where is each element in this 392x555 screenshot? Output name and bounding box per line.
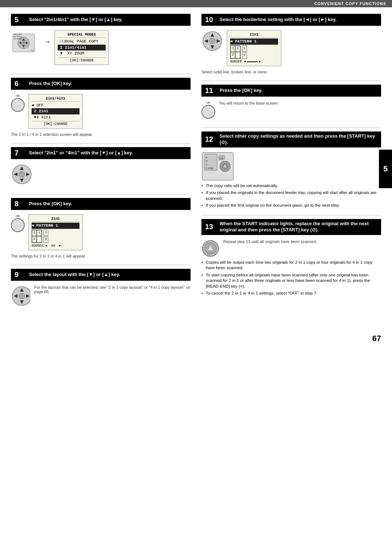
svg-text:#: # xyxy=(206,163,207,166)
svg-point-22 xyxy=(19,293,25,299)
lcd-6-title: 2in1/4in1 xyxy=(32,96,79,102)
divider-8-9 xyxy=(11,265,191,265)
page-number: 67 xyxy=(372,334,381,343)
step-12-number: 12 xyxy=(204,135,217,143)
svg-text:9: 9 xyxy=(206,160,207,162)
step-7-body xyxy=(11,161,191,187)
bullet-13-2: To start copying before all originals ha… xyxy=(201,272,381,289)
step-7-title: Select "2in1" or "4in1" with the [▼] or … xyxy=(29,150,133,156)
step-5-number: 5 xyxy=(14,16,27,24)
bullet-12-3: If you placed the first original on the … xyxy=(201,203,381,208)
step-11-block: 11 Press the [OK] key. OK You will retur… xyxy=(201,85,381,121)
step-10-arrow-pad xyxy=(201,30,223,52)
page-footer: 67 xyxy=(0,330,392,347)
step-7-block: 7 Select "2in1" or "4in1" with the [▼] o… xyxy=(11,147,191,187)
lcd-5-row1: □□DUAL PAGE COPY xyxy=(58,39,106,45)
step-10-number: 10 xyxy=(204,16,217,24)
ok-button-icon xyxy=(11,98,25,112)
header-title: CONVENIENT COPY FUNCTIONS xyxy=(314,1,386,6)
step-9-title: Select the layout with the [▼] or [▲] ke… xyxy=(29,272,120,278)
divider-10-11 xyxy=(201,81,381,81)
step-6-lcd: 2in1/4in1 ◄ OFF 2 2in1 ▼4 4in1 [OK]:CHAN… xyxy=(28,94,83,129)
lcd-8-border: BORDER ◄ NO ► xyxy=(32,244,79,249)
tab-badge: 5 xyxy=(379,150,392,188)
divider-6-7 xyxy=(11,143,191,143)
step-9-body: For the layouts that can be selected, se… xyxy=(11,283,191,309)
bullet-13-3: To cancel the 2 in 1 or 4 in 1 settings,… xyxy=(201,291,381,296)
step-8-lcd: 2in1 ◄ PATTERN 1 1 1 2 1 2 xyxy=(28,214,83,250)
lcd-5-row3: ▼ XY ZOOM xyxy=(58,50,106,57)
svg-text:CA: CA xyxy=(220,157,223,159)
lcd-5-row2: 2 2in1/4in1 xyxy=(58,45,106,51)
step-8-body: OK 2in1 ◄ PATTERN 1 1 1 2 1 xyxy=(11,212,191,252)
step-8-caption: The settings for 2 in 1 or 4 in 1 will a… xyxy=(11,254,191,258)
lcd-5-title: SPECIAL MODES xyxy=(58,32,106,38)
step-12-panel-icon: 6 9 # 0-END CA xyxy=(201,152,234,181)
divider-5-6 xyxy=(11,74,191,74)
step-8-block: 8 Press the [OK] key. OK 2in1 ◄ PATTERN … xyxy=(11,198,191,258)
step-9-block: 9 Select the layout with the [▼] or [▲] … xyxy=(11,269,191,309)
step-11-caption: You will return to the base screen. xyxy=(219,101,279,105)
step-13-body: Repeat step 13 until all originals have … xyxy=(201,237,381,260)
bullet-12-2: If you placed the originals in the docum… xyxy=(201,190,381,201)
lcd-10-grid-row: 1 1 2 1 2 xyxy=(230,45,278,60)
ok-label: OK xyxy=(16,94,20,97)
svg-text:6: 6 xyxy=(206,156,207,159)
lcd-5-footer: [OK]:CHANGE xyxy=(58,57,106,63)
step-5-header: 5 Select "2in1/4in1" with the [▼] or [▲]… xyxy=(11,14,191,26)
step-10-caption: Select solid line, broken line, or none. xyxy=(201,70,381,74)
lcd-8-title: 2in1 xyxy=(32,216,79,222)
step-10-title: Select the borderline setting with the [… xyxy=(220,17,336,23)
ok-label-8: OK xyxy=(16,214,20,218)
step-10-lcd: 2in1 ◄ PATTERN 1 1 1 2 1 2 xyxy=(227,30,281,66)
step-10-header: 10 Select the borderline setting with th… xyxy=(201,14,381,26)
svg-text:EX SCAN: EX SCAN xyxy=(14,38,22,40)
svg-point-16 xyxy=(19,171,25,177)
arrow-indicator: → xyxy=(44,37,51,46)
svg-text:0-END: 0-END xyxy=(206,167,213,170)
step-10-body: 2in1 ◄ PATTERN 1 1 1 2 1 2 xyxy=(201,28,381,68)
page-header: CONVENIENT COPY FUNCTIONS xyxy=(0,0,392,7)
divider-11-12 xyxy=(201,127,381,128)
step-9-header: 9 Select the layout with the [▼] or [▲] … xyxy=(11,269,191,281)
bullet-12-1: The copy ratio will be set automatically… xyxy=(201,183,381,189)
lcd-6-row3: ▼4 4in1 xyxy=(32,114,79,121)
step-7-arrow-pad xyxy=(11,163,33,185)
step-12-title: Select other copy settings as needed and… xyxy=(220,133,378,146)
step-6-title: Press the [OK] key. xyxy=(29,81,72,87)
step-5-block: 5 Select "2in1/4in1" with the [▼] or [▲]… xyxy=(11,14,191,67)
step-6-number: 6 xyxy=(14,80,27,88)
ok-label-11: OK xyxy=(206,101,211,104)
step-8-header: 8 Press the [OK] key. xyxy=(11,198,191,210)
step-11-number: 11 xyxy=(204,86,217,95)
step-11-header: 11 Press the [OK] key. xyxy=(201,85,381,97)
step-9-arrow-pad xyxy=(11,285,30,307)
ok-button-wrapper: OK xyxy=(11,94,25,112)
start-key-icon xyxy=(201,239,220,258)
step-7-header: 7 Select "2in1" or "4in1" with the [▼] o… xyxy=(11,147,191,159)
svg-text:ACC: ACC xyxy=(31,49,35,52)
step-8-number: 8 xyxy=(14,200,27,208)
step-13-caption: Repeat step 13 until all originals have … xyxy=(223,239,317,244)
svg-point-6 xyxy=(22,41,25,45)
step-12-block: 12 Select other copy settings as needed … xyxy=(201,131,381,208)
step-11-body: OK You will return to the base screen. xyxy=(201,99,381,121)
step-5-body: ED COPY EX SCAN EX SCAN ACC → SPECIAL MO… xyxy=(11,28,191,67)
svg-point-28 xyxy=(209,38,215,44)
ok-wrapper-11: OK xyxy=(201,101,215,119)
step-13-title: When the START indicator lights, replace… xyxy=(220,221,378,233)
lcd-10-pattern: ◄ PATTERN 1 xyxy=(230,39,278,45)
lcd-6-row1: ◄ OFF xyxy=(32,102,79,109)
step-11-title: Press the [OK] key. xyxy=(220,88,262,94)
ok-icon-8 xyxy=(11,218,25,232)
left-column: 5 Select "2in1/4in1" with the [▼] or [▲]… xyxy=(11,14,191,316)
step-6-body: OK 2in1/4in1 ◄ OFF 2 2in1 ▼4 4in1 [OK]:C… xyxy=(11,92,191,131)
lcd-10-border: BORDER ◄ ► xyxy=(230,60,278,65)
divider-7-8 xyxy=(11,194,191,194)
step-10-block: 10 Select the borderline setting with th… xyxy=(201,14,381,74)
step-6-header: 6 Press the [OK] key. xyxy=(11,78,191,90)
ok-icon-11 xyxy=(201,105,215,119)
lcd-8-grid-row: 1 1 2 1 2 xyxy=(32,229,79,244)
step-7-number: 7 xyxy=(14,149,27,157)
step-13-block: 13 When the START indicator lights, repl… xyxy=(201,219,381,296)
